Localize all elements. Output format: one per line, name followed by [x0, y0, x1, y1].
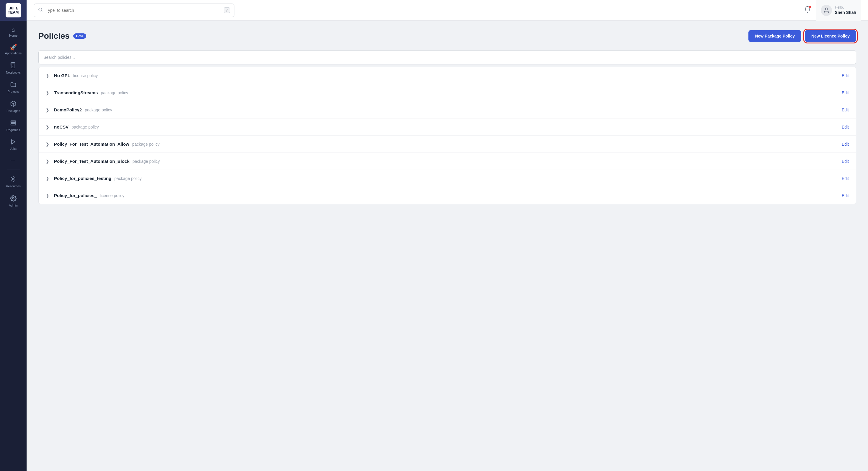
policy-chevron-icon: ❯	[46, 159, 49, 164]
policy-edit-button[interactable]: Edit	[842, 176, 849, 181]
search-input[interactable]	[46, 8, 221, 13]
sidebar-item-registries[interactable]: Registries	[0, 116, 27, 135]
page-title-wrap: Policies Beta	[38, 31, 86, 41]
projects-icon	[10, 81, 17, 89]
notification-dot	[809, 6, 811, 8]
notification-bell[interactable]	[804, 6, 811, 15]
sidebar-item-admin[interactable]: Admin	[0, 192, 27, 211]
sidebar-item-notebooks[interactable]: Notebooks	[0, 59, 27, 78]
sidebar-item-home-label: Home	[9, 34, 18, 37]
sidebar-item-registries-label: Registries	[6, 128, 20, 132]
policy-row[interactable]: ❯ noCSV package policy Edit	[39, 118, 856, 136]
user-greeting: Hello,	[835, 5, 856, 10]
svg-rect-10	[11, 121, 16, 122]
search-icon	[38, 7, 43, 13]
sidebar-item-jobs[interactable]: Jobs	[0, 135, 27, 154]
policy-row[interactable]: ❯ Policy_For_Test_Automation_Allow packa…	[39, 136, 856, 153]
policy-edit-button[interactable]: Edit	[842, 90, 849, 95]
policy-type: package policy	[71, 125, 99, 129]
policy-chevron-icon: ❯	[46, 90, 49, 95]
user-menu[interactable]: Hello, Sneh Shah	[816, 0, 861, 21]
policy-chevron-icon: ❯	[46, 176, 49, 181]
sidebar-item-home[interactable]: ⌂ Home	[0, 23, 27, 41]
policies-search-input[interactable]	[43, 55, 851, 60]
svg-line-8	[11, 102, 13, 104]
policy-edit-button[interactable]: Edit	[842, 73, 849, 78]
policy-type: license policy	[100, 193, 124, 198]
policy-row[interactable]: ❯ No GPL license policy Edit	[39, 67, 856, 84]
policy-name: Policy_for_policies_	[54, 193, 97, 198]
policy-chevron-icon: ❯	[46, 73, 49, 78]
policy-type: package policy	[132, 159, 160, 164]
policy-type: package policy	[132, 142, 160, 147]
new-licence-policy-button[interactable]: New Licence Policy	[805, 30, 856, 42]
svg-point-14	[12, 178, 14, 180]
svg-marker-13	[11, 140, 15, 144]
policy-edit-button[interactable]: Edit	[842, 142, 849, 147]
sidebar-item-resources-label: Resources	[6, 184, 21, 188]
svg-point-16	[39, 8, 42, 11]
policy-row[interactable]: ❯ Policy_For_Test_Automation_Block packa…	[39, 153, 856, 170]
beta-badge: Beta	[73, 33, 86, 39]
main-wrapper: / Hello, Sneh Shah	[27, 0, 868, 471]
policy-name: No GPL	[54, 73, 70, 78]
packages-icon	[10, 100, 17, 108]
sidebar: JuliaTEAM ⌂ Home 🚀 Applications	[0, 0, 27, 471]
sidebar-item-packages[interactable]: Packages	[0, 97, 27, 116]
policy-row[interactable]: ❯ TranscodingStreams package policy Edit	[39, 84, 856, 101]
policy-name: Policy_for_policies_testing	[54, 176, 111, 181]
policy-edit-button[interactable]: Edit	[842, 125, 849, 129]
sidebar-logo: JuliaTEAM	[0, 0, 27, 21]
policy-chevron-icon: ❯	[46, 108, 49, 112]
policy-chevron-icon: ❯	[46, 193, 49, 198]
resources-icon	[10, 176, 17, 183]
policy-row[interactable]: ❯ Policy_for_policies_testing package po…	[39, 170, 856, 187]
policies-list: ❯ No GPL license policy Edit ❯ Transcodi…	[38, 67, 856, 204]
policy-name: DemoPolicy2	[54, 107, 82, 112]
svg-line-17	[41, 11, 42, 11]
policy-chevron-icon: ❯	[46, 142, 49, 147]
policy-name: TranscodingStreams	[54, 90, 98, 95]
svg-rect-12	[11, 124, 16, 125]
page-title: Policies	[38, 31, 70, 41]
svg-rect-11	[11, 122, 16, 123]
search-bar[interactable]: /	[34, 4, 235, 17]
user-name: Sneh Shah	[835, 10, 856, 15]
svg-line-9	[13, 102, 16, 104]
policy-type: package policy	[114, 176, 142, 181]
policy-type: package policy	[101, 90, 128, 95]
policies-search-wrap[interactable]	[38, 50, 856, 64]
header: / Hello, Sneh Shah	[27, 0, 868, 21]
sidebar-item-projects[interactable]: Projects	[0, 78, 27, 97]
admin-icon	[10, 195, 17, 202]
logo-text: JuliaTEAM	[8, 6, 19, 15]
policy-row[interactable]: ❯ DemoPolicy2 package policy Edit	[39, 101, 856, 118]
logo-box: JuliaTEAM	[6, 3, 21, 18]
svg-point-18	[825, 8, 827, 10]
sidebar-item-packages-label: Packages	[6, 109, 20, 113]
header-buttons: New Package Policy New Licence Policy	[748, 30, 856, 42]
policy-row[interactable]: ❯ Policy_for_policies_ license policy Ed…	[39, 187, 856, 204]
sidebar-item-admin-label: Admin	[9, 204, 18, 207]
new-package-policy-button[interactable]: New Package Policy	[748, 30, 801, 42]
policy-name: noCSV	[54, 124, 68, 129]
home-icon: ⌂	[11, 27, 15, 32]
sidebar-nav: ⌂ Home 🚀 Applications Notebooks	[0, 21, 27, 471]
policy-type: package policy	[85, 108, 112, 112]
policy-chevron-icon: ❯	[46, 125, 49, 129]
sidebar-item-applications[interactable]: 🚀 Applications	[0, 41, 27, 59]
notebooks-icon	[10, 62, 17, 69]
policy-name: Policy_For_Test_Automation_Block	[54, 159, 130, 164]
sidebar-item-jobs-label: Jobs	[10, 147, 17, 150]
svg-point-15	[12, 197, 14, 199]
policy-edit-button[interactable]: Edit	[842, 108, 849, 112]
sidebar-divider	[7, 170, 20, 170]
search-shortcut: /	[224, 7, 230, 13]
sidebar-item-resources[interactable]: Resources	[0, 172, 27, 192]
policy-edit-button[interactable]: Edit	[842, 159, 849, 164]
sidebar-item-projects-label: Projects	[8, 90, 19, 93]
policy-edit-button[interactable]: Edit	[842, 193, 849, 198]
sidebar-more[interactable]: ···	[9, 154, 18, 167]
content-area: Policies Beta New Package Policy New Lic…	[27, 21, 868, 471]
sidebar-item-notebooks-label: Notebooks	[6, 70, 21, 74]
